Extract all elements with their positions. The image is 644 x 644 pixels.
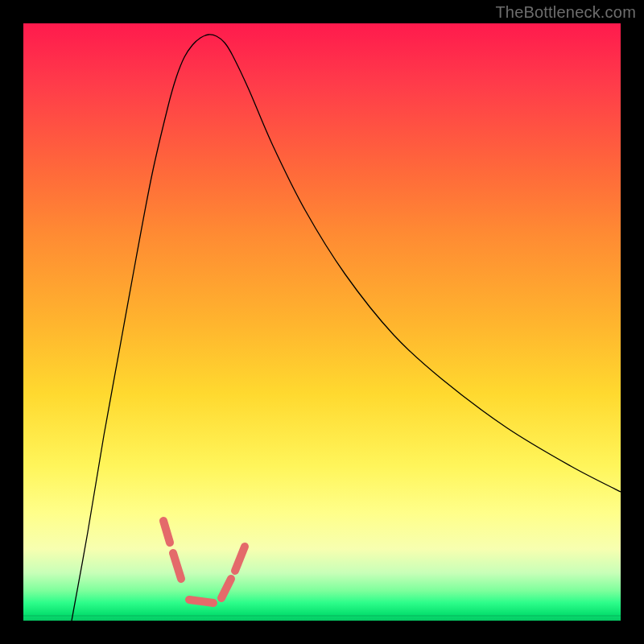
marker-right-1 (221, 579, 231, 598)
marker-left-2 (173, 553, 181, 579)
plot-area (23, 23, 621, 621)
marker-bottom (189, 600, 213, 603)
marker-left-1 (163, 521, 170, 543)
marker-right-2 (235, 547, 245, 571)
watermark: TheBottleneck.com (495, 3, 636, 22)
marker-group (163, 521, 245, 603)
curve-path (72, 35, 621, 621)
bottleneck-curve (23, 23, 621, 621)
